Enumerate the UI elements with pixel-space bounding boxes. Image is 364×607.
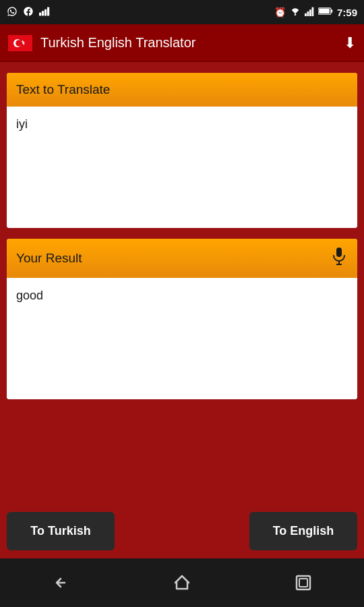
app-title: Turkish English Translator: [40, 35, 336, 51]
buttons-row: To Turkish To English: [0, 504, 364, 558]
signal-bars-icon: [39, 7, 50, 18]
svg-rect-22: [299, 579, 307, 587]
result-panel-body: good: [7, 278, 357, 399]
download-icon[interactable]: ⬇: [344, 34, 356, 52]
svg-rect-2: [44, 9, 47, 16]
recents-button[interactable]: [283, 569, 324, 596]
input-panel-header: Text to Translate: [7, 73, 357, 107]
svg-rect-8: [311, 7, 313, 16]
home-button[interactable]: [162, 569, 202, 596]
svg-rect-1: [42, 11, 44, 16]
main-content: Text to Translate iyi Your Result good: [0, 62, 364, 504]
svg-point-4: [295, 13, 297, 16]
svg-rect-0: [39, 12, 41, 16]
nav-bar: [0, 558, 364, 607]
result-text: good: [16, 289, 43, 302]
whatsapp-icon: [7, 6, 18, 19]
result-panel: Your Result good: [7, 239, 357, 399]
app-toolbar: Turkish English Translator ⬇: [0, 24, 364, 62]
input-panel-body[interactable]: iyi: [7, 107, 357, 228]
result-panel-header: Your Result: [7, 239, 357, 278]
time-display: 7:59: [337, 7, 357, 18]
mic-icon[interactable]: [330, 247, 348, 270]
alarm-icon: ⏰: [274, 7, 286, 18]
to-english-button[interactable]: To English: [249, 512, 357, 550]
svg-point-14: [16, 40, 22, 47]
input-panel: Text to Translate iyi: [7, 73, 357, 228]
battery-icon: [318, 7, 333, 18]
wifi-icon: [290, 7, 301, 18]
cell-signal-icon: [305, 7, 314, 18]
status-bar: ⏰ 7:59: [0, 0, 364, 24]
svg-rect-6: [307, 11, 309, 16]
result-panel-label: Your Result: [16, 251, 82, 266]
status-icons-right: ⏰ 7:59: [274, 7, 357, 18]
svg-rect-3: [47, 7, 49, 16]
facebook-icon: [23, 6, 34, 19]
svg-rect-18: [336, 248, 342, 257]
flag-icon: [8, 35, 32, 51]
input-text[interactable]: iyi: [16, 117, 28, 131]
svg-rect-7: [309, 9, 311, 16]
input-panel-label: Text to Translate: [16, 82, 110, 97]
svg-rect-5: [305, 13, 307, 16]
svg-rect-11: [331, 9, 332, 13]
svg-rect-10: [319, 9, 330, 13]
to-turkish-button[interactable]: To Turkish: [7, 512, 115, 550]
status-icons-left: [7, 6, 50, 19]
back-button[interactable]: [40, 569, 81, 596]
